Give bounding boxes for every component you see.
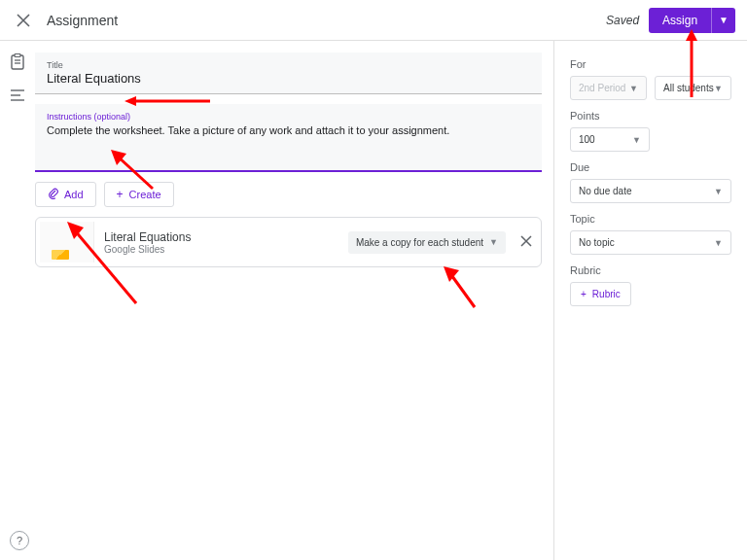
points-label: Points [570,110,731,122]
topic-select[interactable]: No topic▼ [570,230,731,255]
remove-attachment-icon[interactable] [512,234,541,250]
attachment-subtitle: Google Slides [104,244,348,255]
close-icon[interactable] [12,9,35,32]
chevron-down-icon: ▼ [629,84,638,93]
students-select[interactable]: All students▼ [655,76,731,100]
topic-label: Topic [570,213,731,225]
chevron-down-icon: ▼ [632,135,641,145]
chevron-down-icon: ▼ [714,238,723,248]
saved-status: Saved [606,14,639,27]
sidebar: For 2nd Period▼ All students▼ Points 100… [554,41,747,560]
assignment-tab-icon[interactable] [8,52,27,72]
help-icon[interactable]: ? [10,531,29,550]
title-value: Literal Equations [47,70,530,86]
attachment-option-select[interactable]: Make a copy for each student ▼ [348,231,506,254]
chevron-down-icon: ▼ [714,187,723,196]
main-column: Title Literal Equations Instructions (op… [35,41,554,560]
chevron-down-icon: ▼ [714,84,723,93]
due-label: Due [570,161,731,173]
plus-icon: + [581,289,587,299]
title-field[interactable]: Title Literal Equations [35,52,542,94]
page-title: Assignment [47,13,606,28]
add-button[interactable]: Add [35,182,96,207]
points-select[interactable]: 100▼ [570,127,650,152]
instructions-value: Complete the worksheet. Take a picture o… [47,122,530,153]
attachment-card: Literal Equations Google Slides Make a c… [35,217,542,267]
due-value: No due date [579,186,632,196]
topic-value: No topic [579,237,615,248]
left-rail [0,41,35,560]
title-label: Title [47,60,530,70]
attachment-option-label: Make a copy for each student [356,237,483,248]
topbar: Assignment Saved Assign ▼ [0,0,747,41]
instructions-label: Instructions (optional) [47,112,530,122]
students-select-value: All students [663,83,714,93]
instructions-field[interactable]: Instructions (optional) Complete the wor… [35,104,542,172]
attachment-icon [48,188,58,201]
class-select[interactable]: 2nd Period▼ [570,76,647,100]
chevron-down-icon: ▼ [489,237,498,247]
attachment-thumbnail[interactable] [40,222,94,262]
rubric-button[interactable]: + Rubric [570,282,631,306]
for-label: For [570,58,731,70]
rubric-label: Rubric [570,264,731,276]
assign-button[interactable]: Assign [649,8,711,33]
attachment-title: Literal Equations [104,230,348,244]
due-select[interactable]: No due date▼ [570,179,731,203]
text-tab-icon[interactable] [8,86,27,105]
assign-dropdown[interactable]: ▼ [711,8,735,33]
rubric-button-label: Rubric [592,289,621,299]
svg-rect-1 [15,54,20,57]
plus-icon: + [117,189,124,200]
create-button-label: Create [129,189,161,200]
add-button-label: Add [64,189,84,200]
class-select-value: 2nd Period [579,83,625,93]
points-value: 100 [579,134,595,145]
create-button[interactable]: + Create [104,182,174,207]
